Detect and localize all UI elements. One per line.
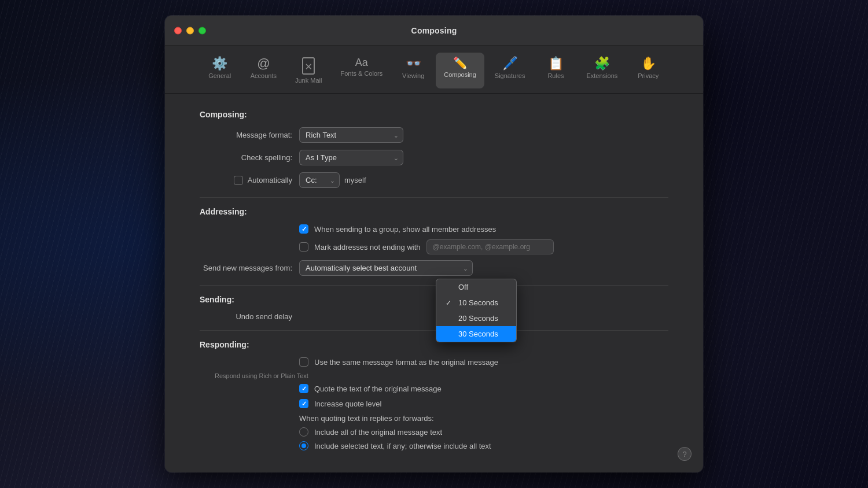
same-format-sub: Respond using Rich or Plain Text [215, 372, 668, 379]
increase-quote-label: Increase quote level [314, 400, 381, 408]
check-spelling-select[interactable]: As I Type Never When I Click Send [299, 150, 403, 165]
minimize-button[interactable] [186, 27, 194, 34]
radio-include-selected-button[interactable] [299, 441, 308, 450]
message-format-row: Message format: Rich Text Plain Text [200, 127, 668, 143]
dropdown-label-off: Off [458, 283, 468, 291]
junk-icon: ✕ [302, 57, 315, 75]
toolbar-item-junkmail[interactable]: ✕ Junk Mail [287, 53, 330, 88]
titlebar: Composing [165, 16, 703, 46]
signatures-icon: 🖊️ [502, 57, 518, 70]
toolbar-item-general[interactable]: ⚙️ General [200, 53, 240, 88]
radio-include-selected: Include selected text, if any; otherwise… [299, 441, 668, 450]
mark-addresses-input[interactable] [426, 239, 554, 254]
fonts-icon: Aa [355, 57, 368, 68]
dropdown-label-30s: 30 Seconds [458, 330, 498, 338]
auto-cc-row: Automatically Cc: Bcc: myself [200, 172, 668, 188]
message-format-label: Message format: [200, 131, 292, 139]
toolbar-item-fonts[interactable]: Aa Fonts & Colors [332, 53, 391, 88]
toolbar-item-signatures[interactable]: 🖊️ Signatures [487, 53, 534, 88]
extensions-icon: 🧩 [594, 57, 610, 70]
window-title: Composing [411, 26, 457, 35]
mark-addresses-label: Mark addresses not ending with [314, 243, 421, 252]
composing-section-header: Composing: [200, 110, 668, 119]
message-format-select-wrapper: Rich Text Plain Text [299, 127, 403, 143]
check-spelling-row: Check spelling: As I Type Never When I C… [200, 150, 668, 165]
toolbar-label-signatures: Signatures [495, 72, 525, 79]
send-from-select[interactable]: Automatically select best account iCloud… [299, 260, 473, 276]
help-button[interactable]: ? [678, 447, 692, 461]
radio-include-all: Include all of the original message text [299, 427, 668, 437]
increase-quote-row: Increase quote level [299, 399, 668, 408]
same-format-checkbox[interactable] [299, 357, 308, 367]
dropdown-item-off[interactable]: Off [436, 279, 516, 295]
main-window: Composing ⚙️ General @ Accounts ✕ Junk M… [165, 16, 703, 472]
send-from-row: Send new messages from: Automatically se… [200, 260, 668, 276]
myself-label: myself [344, 176, 366, 184]
when-quoting-label: When quoting text in replies or forwards… [299, 414, 668, 423]
toolbar-label-composing: Composing [444, 71, 476, 78]
dropdown-label-20s: 20 Seconds [458, 314, 498, 323]
rules-icon: 📋 [548, 57, 564, 70]
toolbar-label-privacy: Privacy [638, 72, 659, 79]
group-show-label: When sending to a group, show all member… [314, 225, 496, 234]
toolbar-label-rules: Rules [547, 72, 564, 79]
toolbar-label-general: General [208, 72, 231, 79]
cc-type-select-wrapper: Cc: Bcc: [299, 172, 340, 188]
dropdown-label-10s: 10 Seconds [458, 298, 498, 307]
viewing-icon: 👓 [406, 57, 421, 70]
toolbar-item-composing[interactable]: ✏️ Composing [436, 53, 484, 88]
radio-include-all-label: Include all of the original message text [314, 428, 442, 437]
traffic-lights [174, 27, 206, 34]
divider-2 [200, 285, 668, 286]
check-10s: ✓ [446, 299, 454, 307]
group-show-checkbox[interactable] [299, 224, 308, 234]
auto-cc-label-wrapper: Automatically [200, 176, 292, 185]
undo-delay-dropdown: Off ✓ 10 Seconds 20 Seconds 30 Seconds [436, 279, 517, 342]
toolbar-item-privacy[interactable]: ✋ Privacy [628, 53, 668, 88]
mark-addresses-checkbox[interactable] [299, 242, 308, 252]
radio-include-all-button[interactable] [299, 427, 308, 437]
check-spelling-select-wrapper: As I Type Never When I Click Send [299, 150, 403, 165]
at-icon: @ [257, 57, 270, 70]
auto-cc-checkbox[interactable] [234, 176, 243, 185]
dropdown-item-20s[interactable]: 20 Seconds [436, 310, 516, 326]
cc-wrapper: Cc: Bcc: myself [299, 172, 366, 188]
dropdown-item-30s[interactable]: 30 Seconds [436, 326, 516, 342]
responding-section-header: Responding: [200, 340, 668, 349]
undo-delay-label: Undo send delay [200, 312, 292, 321]
toolbar-item-extensions[interactable]: 🧩 Extensions [578, 53, 626, 88]
toolbar-item-rules[interactable]: 📋 Rules [535, 53, 576, 88]
toolbar-item-viewing[interactable]: 👓 Viewing [393, 53, 433, 88]
divider-1 [200, 197, 668, 198]
toolbar-label-accounts: Accounts [251, 72, 277, 79]
toolbar: ⚙️ General @ Accounts ✕ Junk Mail Aa Fon… [165, 46, 703, 94]
same-format-label: Use the same message format as the origi… [314, 358, 498, 367]
radio-include-selected-label: Include selected text, if any; otherwise… [314, 442, 491, 450]
gear-icon: ⚙️ [212, 57, 227, 70]
check-spelling-label: Check spelling: [200, 153, 292, 162]
toolbar-label-junkmail: Junk Mail [295, 77, 322, 84]
toolbar-label-viewing: Viewing [402, 72, 424, 79]
composing-icon: ✏️ [453, 57, 468, 69]
dropdown-item-10s[interactable]: ✓ 10 Seconds [436, 295, 516, 310]
content-area: Composing: Message format: Rich Text Pla… [165, 94, 703, 467]
group-show-row: When sending to a group, show all member… [299, 224, 668, 234]
toolbar-label-fonts: Fonts & Colors [340, 70, 382, 77]
quote-text-row: Quote the text of the original message [299, 384, 668, 393]
send-from-select-wrapper: Automatically select best account iCloud… [299, 260, 473, 276]
message-format-select[interactable]: Rich Text Plain Text [299, 127, 403, 143]
toolbar-item-accounts[interactable]: @ Accounts [242, 53, 285, 88]
addressing-section-header: Addressing: [200, 207, 668, 216]
cc-type-select[interactable]: Cc: Bcc: [299, 172, 340, 188]
sending-section-header: Sending: [200, 295, 668, 304]
same-format-row: Use the same message format as the origi… [299, 357, 668, 367]
quote-text-label: Quote the text of the original message [314, 385, 442, 393]
maximize-button[interactable] [198, 27, 206, 34]
close-button[interactable] [174, 27, 182, 34]
increase-quote-checkbox[interactable] [299, 399, 308, 408]
quote-text-checkbox[interactable] [299, 384, 308, 393]
toolbar-label-extensions: Extensions [586, 72, 617, 79]
auto-cc-label: Automatically [248, 176, 292, 184]
radio-group: Include all of the original message text… [299, 427, 668, 450]
undo-delay-row: Undo send delay [200, 312, 668, 321]
